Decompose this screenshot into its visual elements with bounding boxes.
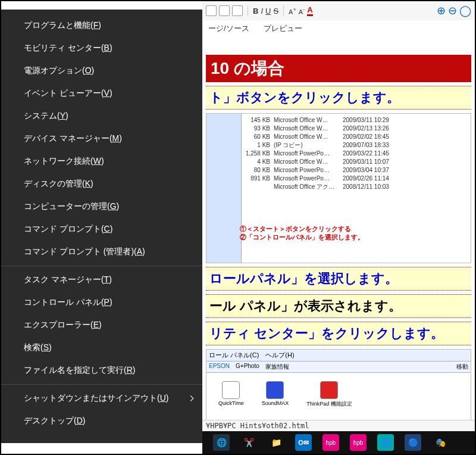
taskbar-app-icon[interactable]: 🔵 bbox=[405, 434, 421, 451]
callout-text: ①＜スタート＞ボタンをクリックする bbox=[240, 225, 351, 233]
status-bar: ¥HPB¥PC Hints¥oth02.html bbox=[202, 420, 475, 431]
editor-toolbar: B I U S A+ A- A ⊕ ⊖ ◯ bbox=[202, 1, 475, 21]
editor-tabbar: ージ/ソース プレビュー bbox=[202, 20, 475, 38]
strike-button[interactable]: S bbox=[273, 7, 278, 15]
italic-button[interactable]: I bbox=[261, 7, 263, 15]
winx-menu-item[interactable]: デスクトップ(D) bbox=[1, 410, 202, 432]
winx-menu-item[interactable]: エクスプローラー(E) bbox=[1, 314, 202, 336]
winx-menu-item[interactable]: コンピューターの管理(G) bbox=[1, 195, 202, 218]
bold-button[interactable]: B bbox=[253, 7, 258, 15]
zoom-in-icon[interactable]: ⊕ bbox=[437, 4, 446, 17]
winx-menu-item[interactable]: ファイル名を指定して実行(R) bbox=[1, 359, 202, 382]
winx-menu-item[interactable]: デバイス マネージャー(M) bbox=[1, 127, 202, 150]
winx-menu-item[interactable]: タスク マネージャー(T) bbox=[1, 269, 202, 291]
zoom-out-icon[interactable]: ⊖ bbox=[448, 4, 457, 17]
tool-icon[interactable] bbox=[232, 5, 243, 16]
winx-menu-item[interactable]: シャットダウンまたはサインアウト(U) bbox=[1, 387, 202, 410]
winx-menu-item[interactable]: プログラムと機能(F) bbox=[1, 14, 202, 37]
winx-menu-item[interactable]: ネットワーク接続(W) bbox=[1, 150, 202, 173]
embedded-screenshot: 145 KBMicrosoft Office W…2009/03/11 10:2… bbox=[206, 113, 471, 263]
tab-page-source[interactable]: ージ/ソース bbox=[208, 23, 249, 34]
winx-menu-item[interactable]: イベント ビューアー(V) bbox=[1, 82, 202, 105]
winx-menu-item[interactable]: 検索(S) bbox=[1, 336, 202, 359]
winx-power-menu: プログラムと機能(F)モビリティ センター(B)電源オプション(O)イベント ビ… bbox=[1, 10, 202, 443]
step-text: リティ センター」をクリックします。 bbox=[206, 322, 471, 345]
winx-menu-item[interactable]: コマンド プロンプト (管理者)(A) bbox=[1, 241, 202, 263]
step-text: ール パネル」が表示されます。 bbox=[206, 294, 471, 318]
underline-button[interactable]: U bbox=[265, 7, 271, 15]
document-area: 10 の場合 ト」ボタンをクリックします。 145 KBMicrosoft Of… bbox=[202, 37, 475, 438]
font-increase-icon[interactable]: A+ bbox=[289, 7, 296, 15]
winx-menu-item[interactable]: コマンド プロンプト(C) bbox=[1, 218, 202, 241]
tool-icon[interactable] bbox=[206, 5, 217, 16]
taskbar-app-icon[interactable]: ✂️ bbox=[240, 434, 257, 451]
embedded-screenshot: ロール パネル(C) ヘルプ(H) EPSONG+Photo家族情報移動 Qui… bbox=[206, 349, 471, 422]
taskbar-app-icon[interactable]: 📁 bbox=[268, 434, 284, 451]
winx-menu-item[interactable]: ディスクの管理(K) bbox=[1, 173, 202, 195]
step-text: ロールパネル」を選択します。 bbox=[206, 267, 471, 291]
winx-menu-item[interactable]: システム(Y) bbox=[1, 105, 202, 127]
taskbar-app-icon[interactable]: hpb bbox=[322, 434, 339, 451]
font-decrease-icon[interactable]: A- bbox=[299, 7, 305, 15]
tool-icon[interactable] bbox=[219, 5, 230, 16]
zoom-reset-icon[interactable]: ◯ bbox=[459, 4, 471, 17]
callout-text: ②「コントロールパネル」を選択します。 bbox=[240, 233, 364, 242]
font-color-icon[interactable]: A bbox=[307, 5, 312, 16]
winx-menu-item[interactable]: コントロール パネル(P) bbox=[1, 291, 202, 314]
winx-menu-item[interactable]: モビリティ センター(B) bbox=[1, 37, 202, 60]
windows-taskbar: 🌐 ✂️ 📁 O✉ hpb hpb 🌀 🔵 🎭 bbox=[202, 431, 475, 454]
taskbar-app-icon[interactable]: 🎭 bbox=[432, 434, 449, 451]
taskbar-app-icon[interactable]: 🌀 bbox=[377, 434, 394, 451]
winx-menu-item[interactable]: 電源オプション(O) bbox=[1, 60, 202, 82]
taskbar-app-icon[interactable]: 🌐 bbox=[213, 434, 230, 451]
taskbar-app-icon[interactable]: O✉ bbox=[295, 434, 312, 451]
tab-preview[interactable]: プレビュー bbox=[264, 23, 302, 34]
section-banner: 10 の場合 bbox=[206, 55, 471, 82]
step-text: ト」ボタンをクリックします。 bbox=[206, 86, 471, 110]
taskbar-app-icon[interactable]: hpb bbox=[350, 434, 367, 451]
